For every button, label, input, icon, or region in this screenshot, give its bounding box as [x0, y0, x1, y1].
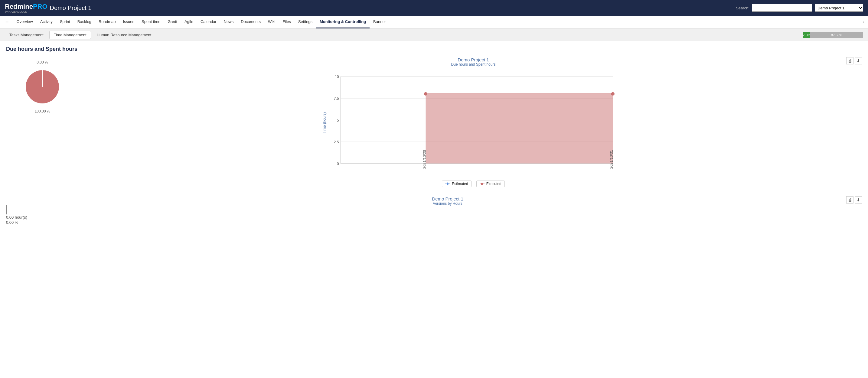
sub-tab-tasks[interactable]: Tasks Management: [5, 31, 48, 39]
nav-item-activity[interactable]: Activity: [37, 16, 56, 29]
search-label: Search:: [736, 6, 749, 10]
logo-area: RedminePRO by HAZERCLOUD Demo Project 1: [5, 3, 91, 13]
nav-item-files[interactable]: Files: [279, 16, 294, 29]
line-chart-sub-title: Due hours and Spent hours: [85, 62, 862, 66]
nav-plus-button[interactable]: +: [4, 18, 10, 27]
line-chart-svg: Time (hours) 0 2.5 5 7.5 10: [85, 68, 862, 177]
logo: RedminePRO by HAZERCLOUD: [5, 3, 48, 13]
legend-estimated-icon: [445, 182, 450, 186]
nav-item-backlog[interactable]: Backlog: [74, 16, 95, 29]
legend-estimated-label: Estimated: [452, 182, 468, 186]
svg-marker-22: [446, 182, 449, 185]
sub-tab-hr[interactable]: Human Resource Management: [92, 31, 156, 39]
versions-hours-label: 0.00 hour(s): [6, 215, 27, 220]
main-content: Due hours and Spent hours 0.00 % 100.00 …: [0, 41, 868, 378]
pie-chart-svg: [21, 66, 63, 108]
svg-point-24: [481, 183, 483, 185]
versions-chart-icon-group: 🖨 ⬇: [846, 196, 862, 203]
versions-percent-label: 0.00 %: [6, 220, 27, 225]
version-bar-indicator: [6, 205, 7, 214]
legend-executed: Executed: [476, 181, 505, 187]
pie-label-bottom: 100.00 %: [35, 109, 50, 114]
nav-item-banner[interactable]: Banner: [370, 16, 390, 29]
svg-text:5: 5: [337, 118, 339, 123]
progress-bar: 12.50% 87.50%: [803, 32, 863, 38]
search-input[interactable]: [752, 4, 812, 12]
progress-gray: 87.50%: [810, 32, 863, 38]
nav-bar: + Overview Activity Sprint Backlog Roadm…: [0, 16, 868, 29]
chart-row: 0.00 % 100.00 % Demo Project 1 Due hours…: [6, 57, 862, 187]
versions-print-button[interactable]: 🖨: [846, 196, 854, 203]
nav-item-issues[interactable]: Issues: [119, 16, 138, 29]
nav-item-sprint[interactable]: Sprint: [56, 16, 74, 29]
svg-text:2021/10/31: 2021/10/31: [610, 150, 614, 169]
progress-green: 12.50%: [803, 32, 810, 38]
svg-text:2.5: 2.5: [334, 140, 339, 144]
project-select[interactable]: Demo Project 1: [815, 4, 863, 12]
sub-tab-time[interactable]: Time Management: [49, 31, 91, 39]
nav-item-calendar[interactable]: Calendar: [197, 16, 220, 29]
versions-download-button[interactable]: ⬇: [855, 196, 862, 203]
header-project-title: Demo Project 1: [50, 4, 92, 11]
version-bar-line: [6, 205, 27, 214]
svg-text:2021/10/20: 2021/10/20: [423, 150, 427, 169]
nav-item-spent-time[interactable]: Spent time: [138, 16, 164, 29]
chart-icon-group: 🖨 ⬇: [846, 57, 862, 64]
svg-rect-14: [426, 94, 613, 164]
nav-item-monitoring[interactable]: Monitoring & Controlling: [316, 16, 370, 29]
svg-point-16: [424, 92, 427, 96]
second-chart-section: 0.00 hour(s) 0.00 % Demo Project 1 Versi…: [6, 196, 862, 225]
svg-point-17: [611, 92, 615, 96]
nav-item-documents[interactable]: Documents: [237, 16, 264, 29]
nav-item-wiki[interactable]: Wiki: [264, 16, 279, 29]
pie-label-top: 0.00 %: [37, 60, 48, 64]
header: RedminePRO by HAZERCLOUD Demo Project 1 …: [0, 0, 868, 16]
versions-info: 0.00 hour(s) 0.00 %: [6, 196, 27, 225]
logo-by: by HAZERCLOUD: [5, 10, 48, 13]
line-chart-main-title: Demo Project 1: [85, 57, 862, 62]
legend-estimated: Estimated: [442, 181, 471, 187]
nav-collapse-arrow[interactable]: ‹: [863, 19, 864, 25]
print-button[interactable]: 🖨: [846, 57, 854, 64]
logo-pro: PRO: [33, 3, 48, 10]
line-chart-area: Demo Project 1 Due hours and Spent hours…: [85, 57, 862, 187]
nav-item-news[interactable]: News: [220, 16, 238, 29]
versions-chart-title-block: Demo Project 1 Versions by Hours: [33, 196, 862, 206]
download-button[interactable]: ⬇: [855, 57, 862, 64]
versions-chart-main-title: Demo Project 1: [33, 196, 862, 201]
nav-item-agile[interactable]: Agile: [181, 16, 197, 29]
header-right: Search: Demo Project 1: [736, 4, 863, 12]
versions-chart-sub-title: Versions by Hours: [33, 201, 862, 206]
logo-main: Redmine: [5, 3, 33, 10]
nav-item-roadmap[interactable]: Roadmap: [95, 16, 119, 29]
svg-text:7.5: 7.5: [334, 96, 339, 101]
svg-text:10: 10: [335, 75, 339, 79]
logo-text: RedminePRO: [5, 3, 48, 10]
versions-chart-area: Demo Project 1 Versions by Hours 🖨 ⬇: [33, 196, 862, 208]
legend-executed-icon: [480, 182, 485, 186]
svg-text:Time (hours): Time (hours): [322, 112, 327, 133]
line-chart-title-block: Demo Project 1 Due hours and Spent hours: [85, 57, 862, 66]
svg-text:0: 0: [337, 162, 339, 166]
sub-tabs-bar: Tasks Management Time Management Human R…: [0, 29, 868, 41]
nav-item-overview[interactable]: Overview: [13, 16, 37, 29]
legend-executed-label: Executed: [486, 182, 501, 186]
nav-item-settings[interactable]: Settings: [294, 16, 316, 29]
section-title: Due hours and Spent hours: [6, 46, 862, 52]
chart-legend: Estimated Executed: [85, 181, 862, 187]
nav-item-gantt[interactable]: Gantt: [164, 16, 181, 29]
pie-area: 0.00 % 100.00 %: [6, 57, 79, 114]
